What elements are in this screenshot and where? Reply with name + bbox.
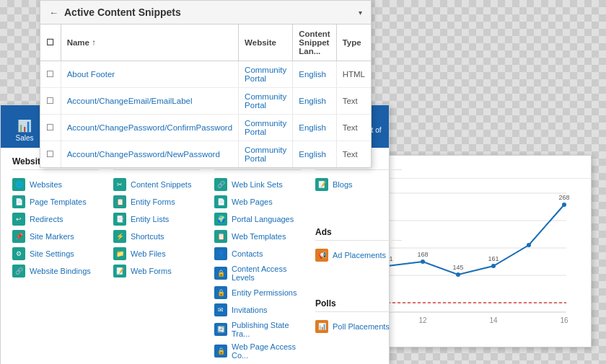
contacts-label[interactable]: Contacts [232,249,263,258]
row-website[interactable]: Community Portal [239,88,293,115]
nav-item-web-pages[interactable]: 📄 Web Pages [214,193,301,210]
portal-languages-icon: 🌍 [214,213,227,226]
nav-item-content-access-levels[interactable]: 🔒 Content Access Levels [214,262,301,284]
row-name[interactable]: Account/ChangeEmail/EmailLabel [61,88,238,115]
row-language[interactable]: English [293,115,336,141]
row-website[interactable]: Community Portal [239,115,293,141]
invitations-label[interactable]: Invitations [232,306,268,314]
svg-text:12: 12 [418,316,427,324]
nav-item-contacts[interactable]: 👤 Contacts [214,245,301,262]
nav-item-portal-languages[interactable]: 🌍 Portal Languages [214,210,301,228]
entity-lists-label[interactable]: Entity Lists [131,215,169,223]
nav-item-websites[interactable]: 🌐 Websites [12,176,99,193]
nav-item-content-snippets[interactable]: ✂ Content Snippets [113,176,200,193]
nav-item-site-settings[interactable]: ⚙ Site Settings [12,245,99,262]
portal-languages-label[interactable]: Portal Languages [232,215,294,223]
blogs-label[interactable]: Blogs [333,180,353,189]
web-forms-icon: 📝 [113,265,126,278]
websites-label[interactable]: Websites [30,180,62,189]
checkbox-header[interactable]: ☐ [40,25,61,61]
poll-placements-icon: 📊 [315,320,328,333]
row-checkbox[interactable]: ☐ [40,141,61,168]
row-checkbox[interactable]: ☐ [40,115,61,141]
entity-permissions-label[interactable]: Entity Permissions [232,288,297,297]
row-name[interactable]: Account/ChangePassword/NewPassword [61,141,238,168]
dropdown-arrow-icon[interactable]: ▾ [359,9,362,17]
nav-item-page-templates[interactable]: 📄 Page Templates [12,193,99,210]
nav-item-invitations[interactable]: ✉ Invitations [214,301,301,319]
snippets-table: ☐ Name ↑ Website Content Snippet Lan... … [40,25,371,167]
back-arrow-icon[interactable]: ← [49,7,58,18]
web-files-label[interactable]: Web Files [131,249,166,258]
language-column-header[interactable]: Content Snippet Lan... [293,25,336,61]
row-language[interactable]: English [293,88,336,115]
ad-placements-icon: 📢 [315,249,328,262]
nav-item-site-markers[interactable]: 📌 Site Markers [12,228,99,245]
website-bindings-icon: 🔗 [12,265,25,278]
web-page-access-label[interactable]: Web Page Access Co... [232,342,301,360]
shortcuts-icon: ⚡ [113,230,126,243]
row-type: Text [336,141,371,168]
nav-item-entity-permissions[interactable]: 🔒 Entity Permissions [214,284,301,301]
name-column-header[interactable]: Name ↑ [61,25,238,61]
svg-text:268: 268 [558,194,569,201]
web-link-sets-label[interactable]: Web Link Sets [232,180,283,189]
nav-item-entity-lists[interactable]: 📑 Entity Lists [113,210,200,228]
content-access-levels-label[interactable]: Content Access Levels [232,265,301,282]
site-settings-label[interactable]: Site Settings [30,249,74,258]
content-snippets-label[interactable]: Content Snippets [131,180,191,189]
nav-item-poll-placements[interactable]: 📊 Poll Placements [315,318,402,335]
web-templates-label[interactable]: Web Templates [232,232,286,241]
polls-section: Polls 📊 Poll Placements [315,298,402,362]
table-row: ☐ Account/ChangeEmail/EmailLabel Communi… [40,88,371,115]
row-type: HTML [336,61,371,88]
row-name[interactable]: Account/ChangePassword/ConfirmPassword [61,115,238,141]
nav-item-web-forms[interactable]: 📝 Web Forms [113,262,200,280]
nav-item-entity-forms[interactable]: 📋 Entity Forms [113,193,200,210]
nav-item-shortcuts[interactable]: ⚡ Shortcuts [113,228,200,245]
website-column-header[interactable]: Website [239,25,293,61]
svg-text:161: 161 [488,255,499,262]
publishing-state-label[interactable]: Publishing State Tra... [232,321,301,338]
web-pages-label[interactable]: Web Pages [232,197,273,206]
sales-icon: 📊 [17,119,32,133]
panel-title: Active Content Snippets [64,6,353,18]
website-bindings-label[interactable]: Website Bindings [30,267,91,275]
entity-permissions-icon: 🔒 [214,286,227,299]
table-row: ☐ About Footer Community Portal English … [40,61,371,88]
poll-placements-label[interactable]: Poll Placements [333,322,390,331]
row-checkbox[interactable]: ☐ [40,61,61,88]
row-website[interactable]: Community Portal [239,141,293,168]
nav-item-web-page-access[interactable]: 🔒 Web Page Access Co... [214,340,301,362]
website-section: Website 🌐 Websites 📄 Page Templates ↩ Re… [12,156,99,362]
row-language[interactable]: English [293,61,336,88]
web-forms-label[interactable]: Web Forms [131,267,172,275]
nav-item-web-files[interactable]: 📁 Web Files [113,245,200,262]
nav-item-web-templates[interactable]: 📋 Web Templates [214,228,301,245]
row-checkbox[interactable]: ☐ [40,88,61,115]
nav-item-website-bindings[interactable]: 🔗 Website Bindings [12,262,99,280]
nav-item-publishing-state[interactable]: 🔄 Publishing State Tra... [214,319,301,340]
data-point [527,243,531,247]
snippets-panel-header: ← Active Content Snippets ▾ [40,1,371,25]
contacts-icon: 👤 [214,247,227,260]
ad-placements-label[interactable]: Ad Placements [333,251,386,259]
entity-forms-label[interactable]: Entity Forms [131,197,175,206]
shortcuts-label[interactable]: Shortcuts [131,232,164,241]
nav-item-ad-placements[interactable]: 📢 Ad Placements [315,247,402,264]
websites-icon: 🌐 [12,178,25,191]
redirects-label[interactable]: Redirects [30,215,63,223]
web-files-icon: 📁 [113,247,126,260]
nav-item-web-link-sets[interactable]: 🔗 Web Link Sets [214,176,301,193]
nav-item-blogs[interactable]: 📝 Blogs [315,176,402,193]
nav-item-redirects[interactable]: ↩ Redirects [12,210,99,228]
web-templates-icon: 📋 [214,230,227,243]
type-column-header[interactable]: Type [336,25,371,61]
row-website[interactable]: Community Portal [239,61,293,88]
site-markers-label[interactable]: Site Markers [30,232,74,241]
row-language[interactable]: English [293,141,336,168]
row-name[interactable]: About Footer [61,61,238,88]
data-point [562,203,566,207]
content-snippets-icon: ✂ [113,178,126,191]
page-templates-label[interactable]: Page Templates [30,197,87,206]
